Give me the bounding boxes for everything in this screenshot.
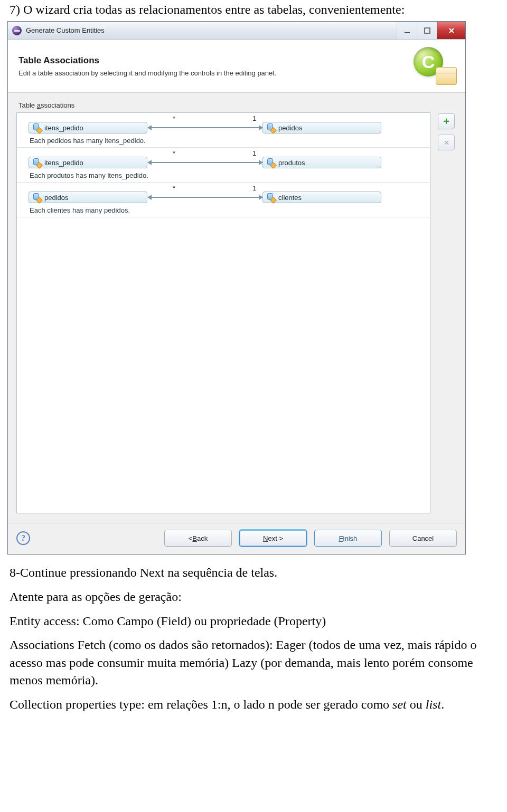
left-table-name: itens_pedido [44,159,83,167]
caption-step-7: 7) O wizard cria todas as relacionamento… [10,1,497,18]
svg-rect-1 [425,28,430,33]
text-line: Associations Fetch (como os dados são re… [10,636,497,690]
add-association-button[interactable]: + [438,113,455,129]
text-line: Collection properties type: em relações … [10,696,497,714]
left-table-pill[interactable]: pedidos [29,192,147,203]
left-table-name: itens_pedido [44,124,83,132]
text-line: 8-Continue pressionando Next na sequênci… [10,564,497,582]
maximize-button[interactable] [417,22,437,39]
right-table-pill[interactable]: pedidos [262,122,381,133]
title-bar[interactable]: Generate Custom Entities [8,22,465,40]
minimize-button[interactable] [397,22,417,39]
right-table-pill[interactable]: produtos [262,157,381,168]
back-button[interactable]: < Back [164,530,232,547]
association-connector [148,162,262,163]
association-description: Each clientes has many pedidos. [30,206,425,214]
svg-rect-0 [405,32,410,33]
cardinality-many: * [173,149,175,157]
text-line: Entity access: Como Campo (Field) ou pro… [10,613,497,631]
table-icon [33,158,41,167]
associations-list[interactable]: * 1 itens_pedido pedidos [16,112,430,513]
table-icon [267,123,275,132]
cardinality-one: 1 [252,149,256,157]
table-icon [267,158,275,167]
table-icon [267,193,275,202]
right-table-name: clientes [278,194,302,202]
right-table-name: produtos [278,159,305,167]
association-description: Each produtos has many itens_pedido. [30,171,425,179]
banner-title: Table Associations [18,55,414,66]
window-title: Generate Custom Entities [26,26,397,34]
close-button[interactable] [437,22,465,39]
window-buttons [397,22,465,39]
remove-association-button[interactable]: ✕ [438,135,455,150]
right-table-name: pedidos [278,124,303,132]
association-side-buttons: + ✕ [438,112,457,513]
help-button[interactable]: ? [16,531,30,545]
next-button[interactable]: Next > [239,530,307,547]
minimize-icon [404,27,410,34]
cardinality-many: * [173,184,175,192]
eclipse-icon [12,26,22,35]
left-table-pill[interactable]: itens_pedido [29,157,147,168]
finish-button[interactable]: Finish [314,530,382,547]
association-row[interactable]: * 1 itens_pedido produtos [17,148,430,183]
banner-subtitle: Edit a table association by selecting it… [18,69,414,77]
close-icon [448,27,455,34]
dialog-generate-custom-entities: Generate Custom Entities Table Assoc [7,21,466,555]
association-connector [148,197,262,198]
caption-step-8-block: 8-Continue pressionando Next na sequênci… [10,564,497,713]
banner-icon: C [414,47,457,85]
text-line: Atente para as opções de geração: [10,588,497,606]
plus-icon: + [443,116,449,128]
association-row[interactable]: * 1 itens_pedido pedidos [17,113,430,148]
cancel-button[interactable]: Cancel [389,530,457,547]
association-connector [148,127,262,128]
wizard-banner: Table Associations Edit a table associat… [8,40,465,93]
right-table-pill[interactable]: clientes [262,192,381,203]
association-description: Each pedidos has many itens_pedido. [30,137,425,145]
table-icon [33,123,41,132]
dialog-footer: ? < Back Next > Finish Cancel [8,523,465,554]
table-icon [33,193,41,202]
left-table-name: pedidos [44,194,69,202]
left-table-pill[interactable]: itens_pedido [29,122,147,133]
table-associations-label: Table associations [18,101,457,109]
maximize-icon [424,27,430,34]
cardinality-one: 1 [252,184,256,192]
cardinality-many: * [173,114,175,122]
help-icon: ? [21,533,25,543]
remove-icon: ✕ [444,139,449,147]
dialog-body: Table associations * 1 itens_pedido [8,93,465,523]
cardinality-one: 1 [252,114,256,122]
association-row[interactable]: * 1 pedidos clientes [17,183,430,217]
